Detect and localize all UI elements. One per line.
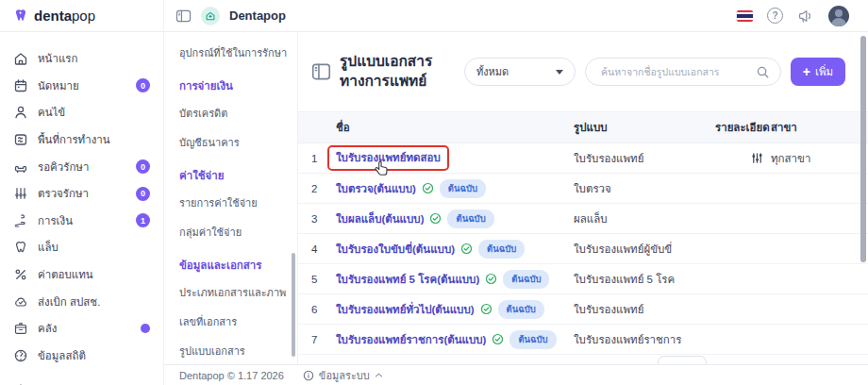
tooth-logo-icon (12, 8, 29, 25)
row-number: 6 (298, 304, 336, 315)
footer-bar: Dentapop © 1.17 2026 ข้อมูลระบบ (164, 364, 868, 385)
tooth-icon (13, 240, 28, 255)
original-badge: ต้นฉบับ (447, 209, 493, 228)
subsidebar-item-expense-list[interactable]: รายการค่าใช้จ่าย (179, 188, 288, 217)
system-info-toggle[interactable]: ข้อมูลระบบ (303, 367, 383, 384)
sidebar-item-compensation[interactable]: ค่าตอบแทน (0, 261, 163, 289)
partial-icon (13, 375, 28, 385)
sidebar-collapse-icon[interactable] (175, 8, 192, 24)
row-number: 7 (298, 334, 336, 345)
row-number: 2 (298, 183, 336, 194)
sidebar-item-treatment-queue[interactable]: รอคิวรักษา 0 (0, 153, 163, 180)
subsidebar-item-document-templates[interactable]: รูปแบบเอกสาร (179, 336, 288, 364)
table-row[interactable]: 2 ใบตรวจ(ต้นแบบ) ต้นฉบับ ใบตรวจ (298, 174, 868, 204)
plus-icon: + (803, 65, 810, 78)
sidebar-item-nhso-claims[interactable]: ส่งเบิก สปสช. (0, 288, 163, 315)
subsidebar-item-document-types[interactable]: ประเภทเอกสารและภาพ (179, 277, 288, 307)
subsidebar-section-payments: การจ่ายเงิน (179, 67, 288, 98)
examination-count-badge: 0 (136, 187, 150, 201)
sidebar-item-label: หน้าแรก (38, 50, 77, 67)
inventory-box-icon (13, 321, 28, 336)
sidebar-item-label: การเงิน (38, 212, 73, 229)
search-icon (756, 65, 770, 79)
thai-flag-language-icon[interactable] (737, 10, 753, 22)
sidebar-item-workspace[interactable]: พื้นที่การทำงาน (0, 126, 163, 154)
search-box[interactable] (585, 58, 781, 86)
sidebar-item-lab[interactable]: แล็บ (0, 234, 163, 261)
chevron-down-icon (556, 70, 563, 75)
main-content: รูปแบบเอกสาร ทางการแพทย์ ทั้งหมด + เพิ่ม… (298, 32, 868, 364)
sidebar-item-label: คนไข้ (38, 104, 65, 121)
document-template-icon (311, 62, 331, 81)
appointments-count-badge: 0 (136, 78, 150, 92)
cloud-check-icon (13, 294, 28, 310)
subsidebar-item-document-numbers[interactable]: เลขที่เอกสาร (179, 307, 288, 336)
help-icon[interactable]: ? (767, 8, 783, 24)
original-badge: ต้นฉบับ (503, 270, 549, 289)
original-badge: ต้นฉบับ (478, 240, 525, 259)
info-icon (303, 370, 314, 381)
partial-sidebar-item[interactable] (0, 369, 163, 385)
verified-check-icon (480, 303, 492, 315)
patient-icon (13, 105, 28, 120)
add-button[interactable]: + เพิ่ม (791, 58, 845, 86)
subsidebar-item-treatment-equipment[interactable]: อุปกรณ์ที่ใช้ในการรักษา (179, 38, 288, 67)
sidebar-item-label: นัดหมาย (38, 77, 79, 94)
table-row[interactable]: 1 ใบรับรองแพทย์ทดสอบ ใบรับรองแพทย์ ทุกสา… (298, 143, 868, 174)
sidebar-item-label: รอคิวรักษา (38, 159, 89, 176)
sidebar-item-label: ส่งเบิก สปสช. (38, 293, 100, 310)
search-input[interactable] (599, 65, 750, 78)
dental-chair-icon (13, 159, 28, 175)
filter-dropdown[interactable]: ทั้งหมด (464, 58, 576, 86)
row-format: ใบตรวจ (574, 180, 715, 197)
clinic-avatar[interactable] (201, 7, 220, 25)
template-name-link[interactable]: ใบผลแล็บ(ต้นแบบ) (336, 210, 424, 227)
verified-check-icon (429, 212, 442, 225)
sidebar-item-patients[interactable]: คนไข้ (0, 99, 163, 126)
sidebar-item-statistics[interactable]: ข้อมูลสถิติ (0, 343, 163, 370)
sidebar-item-inventory[interactable]: คลัง (0, 315, 163, 343)
table-row[interactable]: 5 ใบรับรองแพทย์ 5 โรค(ต้นแบบ) ต้นฉบับ ใบ… (298, 264, 868, 294)
original-badge: ต้นฉบับ (509, 330, 556, 349)
percent-icon (13, 267, 28, 282)
verified-check-icon (422, 182, 434, 194)
sidebar-item-finance[interactable]: การเงิน 1 (0, 208, 163, 235)
table-row[interactable]: 3 ใบผลแล็บ(ต้นแบบ) ต้นฉบับ ผลแล็บ (298, 204, 868, 234)
template-name-link[interactable]: ใบรับรองแพทย์ทั่วไป(ต้นแบบ) (336, 301, 475, 318)
column-header-name: ชื่อ (336, 119, 574, 136)
subsidebar-item-bank-account[interactable]: บัญชีธนาคาร (179, 127, 288, 157)
pagination-partial-control[interactable] (658, 356, 707, 364)
template-name-link[interactable]: ใบรับรองแพทย์ราชการ(ต้นแบบ) (336, 331, 486, 348)
brand-logo[interactable]: dentapop (0, 0, 164, 31)
announcement-megaphone-icon[interactable] (797, 8, 814, 24)
subsidebar-section-data-documents: ข้อมูลและเอกสาร (179, 246, 288, 277)
verified-check-icon (492, 333, 504, 345)
workspace-icon (13, 132, 28, 147)
sidebar-item-label: พื้นที่การทำงาน (38, 131, 110, 148)
table-row[interactable]: 4 ใบรับรองใบขับขี่(ต้นแบบ) ต้นฉบับ ใบรับ… (298, 234, 868, 264)
main-sidebar: หน้าแรก นัดหมาย 0 คนไข้ พื้นที่การทำงาน … (0, 32, 164, 385)
filter-dropdown-value: ทั้งหมด (476, 63, 509, 80)
main-scrollbar[interactable] (860, 36, 866, 262)
verified-check-icon (460, 243, 473, 255)
row-format: ใบรับรองแพทย์ (574, 301, 715, 318)
subsidebar-item-expense-groups[interactable]: กลุ่มค่าใช้จ่าย (179, 217, 288, 246)
table-row[interactable]: 6 ใบรับรองแพทย์ทั่วไป(ต้นแบบ) ต้นฉบับ ใบ… (298, 294, 868, 325)
sidebar-item-home[interactable]: หน้าแรก (0, 45, 163, 73)
row-format: ผลแล็บ (574, 210, 715, 227)
template-name-link[interactable]: ใบรับรองแพทย์ 5 โรค(ต้นแบบ) (336, 271, 479, 288)
template-name-link[interactable]: ใบตรวจ(ต้นแบบ) (336, 180, 416, 197)
sidebar-item-appointments[interactable]: นัดหมาย 0 (0, 73, 163, 100)
template-name-link[interactable]: ใบรับรองใบขับขี่(ต้นแบบ) (336, 241, 455, 258)
finance-hand-icon (13, 213, 28, 228)
subsidebar-scrollbar[interactable] (292, 253, 295, 357)
sidebar-item-examination[interactable]: ตรวจรักษา 0 (0, 180, 163, 208)
row-details-sliders-icon[interactable] (751, 152, 763, 164)
table-row[interactable]: 7 ใบรับรองแพทย์ราชการ(ต้นแบบ) ต้นฉบับ ใบ… (298, 325, 868, 355)
user-avatar[interactable] (828, 6, 849, 26)
column-header-details: รายละเอียด (715, 119, 771, 136)
row-number: 4 (298, 243, 336, 255)
workspace-title[interactable]: Dentapop (229, 8, 286, 23)
subsidebar-item-credit-card[interactable]: บัตรเครดิต (179, 98, 288, 127)
row-format: ใบรับรองแพทย์ 5 โรค (574, 271, 715, 288)
